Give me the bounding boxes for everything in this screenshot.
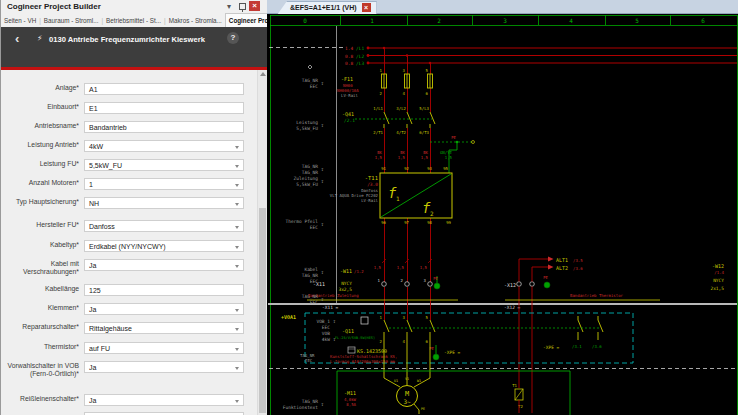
field-label: Kabel mit Verschraubungen* <box>3 260 79 275</box>
svg-text:1,5: 1,5 <box>374 265 382 270</box>
field-label: Typ Hauptsicherung* <box>3 198 79 206</box>
svg-text:2: 2 <box>401 278 404 283</box>
svg-text:-W12: -W12 <box>712 263 724 269</box>
field-value: Rittalgehäuse <box>89 325 132 332</box>
chevron-down-icon <box>235 184 239 187</box>
component-q41-contactor: -Q41 /2.1 1/L1 3/L2 5/L3 2/T1 4/T2 6/T3 <box>342 106 435 135</box>
drawing-tab[interactable]: &EFS=A1+E1/1 (VH)× <box>277 1 377 15</box>
svg-text:91: 91 <box>381 166 386 171</box>
tab-bauraum[interactable]: Bauraum - Stroml... <box>41 14 102 27</box>
svg-text:W1: W1 <box>417 379 421 383</box>
svg-text:99: 99 <box>446 220 451 225</box>
field-input[interactable]: E1 <box>84 102 244 114</box>
chevron-down-icon <box>235 246 239 249</box>
tab-betriebsmittel[interactable]: Betriebsmittel - St... <box>103 14 164 27</box>
close-drawing-icon[interactable]: × <box>362 3 371 12</box>
svg-text:4: 4 <box>403 91 406 96</box>
field-select[interactable]: Erdkabel (NYY/NYCWY) <box>84 240 244 252</box>
svg-text:LV-Rail: LV-Rail <box>341 93 358 98</box>
field-label: Kabellänge <box>3 285 79 293</box>
drawing-canvas[interactable]: 0 1 2 3 4 5 6 1.4 /L1 0.8 /L2 <box>267 14 738 415</box>
svg-text:4: 4 <box>403 339 406 344</box>
svg-text:/L2: /L2 <box>356 54 364 59</box>
svg-text:-XPE =: -XPE = <box>444 350 461 355</box>
chevron-down-icon <box>235 165 239 168</box>
bolt-icon: ⚡ <box>37 34 43 43</box>
wire-size-marks: 1,5 1,5 1,5 <box>374 259 432 270</box>
chevron-down-icon <box>235 328 239 331</box>
form-scrollbar[interactable] <box>257 70 267 415</box>
field-label: Hersteller FU* <box>3 221 79 229</box>
field-select[interactable]: 1 <box>84 178 244 190</box>
svg-text:PE: PE <box>421 407 425 411</box>
svg-text:/3.5: /3.5 <box>573 258 583 263</box>
field-input[interactable]: 125 <box>84 284 244 296</box>
tab-makros[interactable]: Makros - Stromla... <box>166 14 225 27</box>
field-select[interactable]: Rittalgehäuse <box>84 322 244 334</box>
schematic-svg[interactable]: 0 1 2 3 4 5 6 1.4 /L1 0.8 /L2 <box>267 14 738 415</box>
svg-text:Funktionstext: Funktionstext <box>283 405 319 410</box>
field-label: Leistung Antrieb* <box>3 141 79 149</box>
field-value: Erdkabel (NYY/NYCWY) <box>89 243 166 250</box>
svg-text:EEC: EEC <box>322 325 330 330</box>
svg-text:↧: ↧ <box>333 319 336 324</box>
field-value: Danfoss <box>89 223 115 230</box>
field-value: Ja <box>89 397 96 404</box>
app-title: Cogineer Project Builder <box>7 2 101 11</box>
scrollbar-thumb[interactable] <box>259 208 266 413</box>
field-enclosure <box>337 371 570 415</box>
svg-text:+VOA1: +VOA1 <box>281 314 296 320</box>
field-select[interactable]: Ja <box>84 361 244 373</box>
svg-text:97: 97 <box>404 220 409 225</box>
chevron-down-icon <box>235 367 239 370</box>
panel-tabstrip: Seiten - VH| Bauraum - Stroml...| Betrie… <box>1 13 267 28</box>
titlebar: Cogineer Project Builder ▾ × <box>1 0 267 14</box>
field-select[interactable]: NH <box>84 197 244 209</box>
svg-text:PE: PE <box>451 135 456 140</box>
field-select[interactable]: Danfoss <box>84 220 244 232</box>
svg-text:0.8: 0.8 <box>345 61 353 66</box>
tab-seiten[interactable]: Seiten - VH <box>1 14 39 27</box>
field-select[interactable]: Ja <box>84 303 244 315</box>
scrollbar-up-icon[interactable] <box>260 72 266 76</box>
svg-text:0.8: 0.8 <box>345 54 353 59</box>
svg-text:2: 2 <box>430 210 434 217</box>
svg-text:98: 98 <box>427 220 432 225</box>
field-select[interactable]: 5,5kW_FU <box>84 159 244 171</box>
pin-icon[interactable] <box>239 3 246 10</box>
component-xpe: PE -XPE = -XPE = <box>429 345 559 360</box>
component-q11-switch: -Q11 FL-25/V/SVB-SW(HES) 1 3 5 2 4 6 /3.… <box>335 315 603 349</box>
svg-text:/1.2: /1.2 <box>354 269 364 274</box>
back-icon[interactable]: ‹ <box>15 31 19 46</box>
field-value: Bandantrieb <box>89 124 127 131</box>
svg-text:1: 1 <box>396 195 400 202</box>
svg-text:-X11 =: -X11 = <box>322 305 339 310</box>
svg-text:3: 3 <box>403 315 406 320</box>
viewer-tabbar: &EFS=A1+E1/1 (VH)× <box>267 0 738 14</box>
svg-text:↧: ↧ <box>321 222 324 227</box>
help-icon[interactable]: ? <box>227 32 239 44</box>
chevron-down-icon <box>235 265 239 268</box>
svg-text:↧: ↧ <box>321 167 324 172</box>
svg-text:1/L1: 1/L1 <box>373 106 383 111</box>
svg-text:NYCY: NYCY <box>713 278 724 283</box>
field-label: Einbauort* <box>3 103 79 111</box>
svg-text:-X12 =: -X12 = <box>504 305 521 310</box>
close-icon[interactable]: × <box>249 1 260 11</box>
field-label: Kabeltyp* <box>3 241 79 249</box>
field-input[interactable]: Bandantrieb <box>84 121 244 133</box>
field-label: Reparaturschalter* <box>3 323 79 331</box>
window-menu-icon[interactable]: ▾ <box>227 2 231 11</box>
svg-text:5,5kW_FU: 5,5kW_FU <box>296 182 318 188</box>
svg-text:EEC: EEC <box>310 300 318 305</box>
field-input[interactable]: A1 <box>84 83 244 95</box>
svg-text:6: 6 <box>426 339 429 344</box>
field-label: Klemmen* <box>3 304 79 312</box>
field-select[interactable]: 4kW <box>84 140 244 152</box>
field-value: Ja <box>89 262 96 269</box>
field-select[interactable]: Ja <box>84 259 244 271</box>
field-select[interactable]: auf FU <box>84 342 244 354</box>
field-label: Vorwahlschalter in VOB (Fern-0-Örtlich)* <box>3 362 79 377</box>
field-select[interactable]: Ja <box>84 394 244 406</box>
chevron-down-icon <box>235 309 239 312</box>
